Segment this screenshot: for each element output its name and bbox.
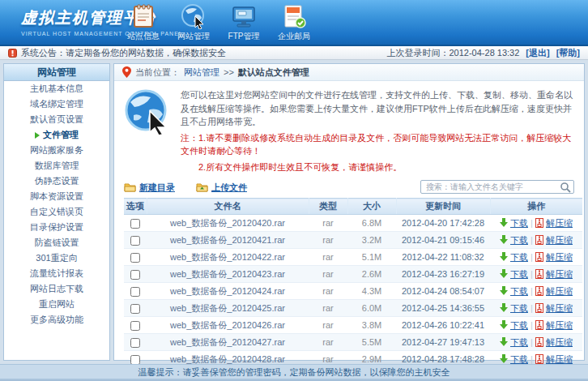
search-input[interactable] [420, 180, 574, 194]
row-checkbox[interactable] [130, 270, 140, 280]
help-link[interactable]: [帮助] [556, 47, 580, 59]
sidebar-item[interactable]: 网站搬家服务 [4, 143, 109, 158]
row-checkbox[interactable] [130, 287, 140, 297]
breadcrumb-section[interactable]: 网站管理 [184, 66, 219, 79]
row-checkbox[interactable] [130, 236, 140, 246]
row-checkbox[interactable] [130, 338, 140, 348]
file-type: rar [309, 300, 347, 317]
archive-icon [535, 269, 543, 279]
sidebar-item-label: 自定义错误页 [30, 207, 83, 216]
mail-doc-icon [281, 3, 307, 29]
extract-link[interactable]: 解压缩 [546, 235, 573, 245]
sidebar-item[interactable]: 脚本资源设置 [4, 189, 109, 204]
utility-bar: 系统公告：请定期备份您的网站数据，确保数据安全 上次登录时间：2012-04-2… [0, 46, 588, 60]
row-actions: 下载 | 解压缩 [490, 300, 582, 317]
table-row: web_数据备份_20120427.rar rar 5.5M 2012-04-2… [124, 334, 582, 351]
download-link[interactable]: 下载 [510, 320, 528, 330]
sidebar-item[interactable]: 重启网站 [4, 297, 109, 312]
row-checkbox[interactable] [130, 321, 140, 331]
col-select: 选项 [124, 199, 147, 215]
shortcut-site-info[interactable]: 站点信息 [118, 3, 168, 42]
quick-nav: 站点信息 网站管理 [118, 3, 319, 42]
row-actions: 下载 | 解压缩 [490, 334, 582, 351]
file-date: 2012-04-27 19:47:13 [396, 334, 490, 351]
extract-link[interactable]: 解压缩 [546, 252, 573, 262]
sidebar-item-label: 伪静态设置 [35, 176, 79, 186]
sidebar-item-label: 文件管理 [43, 130, 79, 139]
row-checkbox[interactable] [130, 355, 140, 365]
search-icon[interactable] [560, 182, 571, 193]
archive-icon [535, 320, 543, 330]
download-link[interactable]: 下载 [510, 286, 528, 296]
download-link[interactable]: 下载 [510, 218, 528, 228]
upload-file-button[interactable]: 上传文件 [196, 182, 247, 194]
shortcut-website[interactable]: 网站管理 [168, 3, 219, 42]
file-size: 4.3M [347, 283, 396, 300]
row-checkbox[interactable] [130, 219, 140, 229]
sidebar-item[interactable]: 自定义错误页 [4, 204, 109, 220]
sidebar-item[interactable]: 流量统计报表 [4, 266, 109, 281]
extract-link[interactable]: 解压缩 [546, 218, 573, 228]
download-link[interactable]: 下载 [510, 252, 528, 262]
extract-link[interactable]: 解压缩 [546, 303, 573, 313]
download-arrow-icon [500, 252, 508, 261]
row-actions: 下载 | 解压缩 [490, 266, 582, 283]
sidebar-item[interactable]: 301重定向 [4, 250, 109, 266]
download-arrow-icon [500, 218, 508, 227]
col-actions: 操作 [490, 199, 582, 215]
file-date: 2012-04-25 14:36:55 [396, 300, 490, 317]
shortcut-label: 网站管理 [168, 31, 219, 42]
sidebar-item[interactable]: 网站日志下载 [4, 281, 109, 297]
extract-link[interactable]: 解压缩 [546, 354, 573, 364]
sidebar-item[interactable]: 伪静态设置 [4, 173, 109, 189]
extract-link[interactable]: 解压缩 [546, 337, 573, 347]
download-arrow-icon [500, 320, 508, 329]
action-separator: | [530, 337, 533, 347]
shortcut-label: 站点信息 [118, 31, 168, 42]
sidebar-item-label: 主机基本信息 [30, 83, 83, 93]
file-size: 6.8M [347, 215, 396, 232]
main-panel: 当前位置： 网站管理 >> 默认站点文件管理 您可以在这里对您网站空间中的文件进… [113, 63, 585, 361]
download-link[interactable]: 下载 [510, 354, 528, 364]
sidebar-item[interactable]: 更多高级功能 [4, 312, 109, 327]
sidebar-title: 网站管理 [4, 64, 109, 81]
download-link[interactable]: 下载 [510, 337, 528, 347]
sidebar-item[interactable]: 数据库管理 [4, 158, 109, 173]
extract-link[interactable]: 解压缩 [546, 286, 573, 296]
logout-link[interactable]: [退出] [526, 47, 549, 59]
shortcut-mail[interactable]: 企业邮局 [269, 3, 319, 42]
file-type: rar [309, 317, 347, 334]
row-checkbox[interactable] [130, 304, 140, 314]
location-pin-icon [122, 66, 131, 78]
sidebar-item[interactable]: 文件管理 [4, 127, 109, 143]
sidebar-item[interactable]: 主机基本信息 [4, 81, 109, 96]
download-link[interactable]: 下载 [510, 235, 528, 245]
extract-link[interactable]: 解压缩 [546, 320, 573, 330]
folder-upload-icon [196, 182, 208, 192]
sidebar: 网站管理 主机基本信息 域名绑定管理 默认首页设置 文件管理 网站搬家服务 数据… [3, 63, 110, 361]
download-arrow-icon [500, 269, 508, 278]
sidebar-item[interactable]: 默认首页设置 [4, 112, 109, 127]
alert-icon [8, 49, 17, 58]
download-link[interactable]: 下载 [510, 303, 528, 313]
action-separator: | [530, 286, 533, 296]
row-actions: 下载 | 解压缩 [490, 232, 582, 249]
sidebar-item[interactable]: 域名绑定管理 [4, 96, 109, 112]
sidebar-item-label: 流量统计报表 [30, 268, 83, 278]
archive-icon [535, 286, 543, 296]
action-separator: | [530, 252, 533, 262]
new-folder-label: 新建目录 [139, 182, 175, 194]
download-arrow-icon [500, 337, 508, 346]
sidebar-item[interactable]: 防盗链设置 [4, 235, 109, 250]
system-notice: 系统公告：请定期备份您的网站数据，确保数据安全 [8, 47, 226, 59]
download-link[interactable]: 下载 [510, 269, 528, 279]
row-checkbox[interactable] [130, 253, 140, 263]
sidebar-item-label: 数据库管理 [35, 161, 79, 170]
sidebar-item[interactable]: 目录保护设置 [4, 220, 109, 235]
row-actions: 下载 | 解压缩 [490, 249, 582, 266]
extract-link[interactable]: 解压缩 [546, 269, 573, 279]
shortcut-ftp[interactable]: FTP管理 [219, 3, 269, 42]
breadcrumb: 当前位置： 网站管理 >> 默认站点文件管理 [114, 64, 584, 81]
new-folder-button[interactable]: 新建目录 [124, 182, 175, 194]
sidebar-item-label: 网站日志下载 [30, 284, 83, 293]
